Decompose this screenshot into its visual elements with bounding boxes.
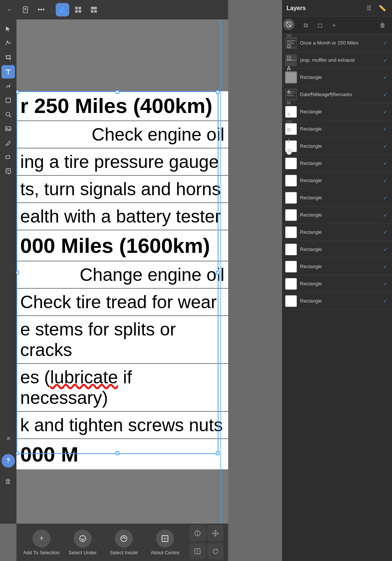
- layer-item-13[interactable]: Rectangle ✓: [282, 241, 392, 258]
- text-block-4[interactable]: ts, turn signals and horns: [16, 176, 228, 202]
- text-block-12[interactable]: 000 M: [16, 439, 228, 469]
- flip-button[interactable]: [189, 543, 206, 560]
- close-button[interactable]: ✕: [1, 432, 15, 445]
- select-inside-button[interactable]: Select Inside: [103, 525, 144, 559]
- layout-button[interactable]: [87, 3, 101, 16]
- layer-item-16[interactable]: Rectangle ✓: [282, 292, 392, 310]
- snap-icon[interactable]: ⊞: [284, 124, 294, 135]
- layer-thumb-14: [285, 261, 297, 273]
- no-fill-icon[interactable]: [283, 19, 294, 30]
- layer-item-8[interactable]: Rectangle ✓: [282, 155, 392, 172]
- char-style-icon[interactable]: a: [284, 108, 294, 119]
- layer-visibility-13[interactable]: ✓: [382, 246, 389, 253]
- left-sidebar: ✕ ? 🗑: [0, 19, 16, 524]
- mask-button[interactable]: ◻: [313, 19, 326, 32]
- delete-layer-button[interactable]: 🗑: [376, 19, 389, 32]
- text-tool[interactable]: [1, 65, 15, 79]
- character-icon[interactable]: A: [284, 64, 294, 74]
- history-icon[interactable]: 🕐: [284, 147, 294, 157]
- more-button[interactable]: •••: [34, 3, 48, 16]
- svg-rect-21: [6, 169, 10, 173]
- layer-item-12[interactable]: Rectangle ✓: [282, 224, 392, 241]
- text-block-1[interactable]: r 250 Miles (400km): [16, 91, 228, 120]
- node-tool[interactable]: [1, 37, 15, 50]
- text-block-3[interactable]: ing a tire pressure gauge: [16, 148, 228, 175]
- layer-item-7[interactable]: Rectangle ✓: [282, 138, 392, 155]
- align-icon[interactable]: ✛: [284, 135, 294, 146]
- text-block-7[interactable]: Change engine oil: [16, 261, 228, 288]
- layer-visibility-3[interactable]: ✓: [382, 74, 389, 81]
- transform-icon[interactable]: ⬚: [284, 75, 294, 85]
- transform-tool[interactable]: [1, 150, 15, 164]
- rotate-button[interactable]: [207, 543, 224, 560]
- layer-visibility-7[interactable]: ✓: [382, 142, 389, 150]
- layer-visibility-2[interactable]: ✓: [382, 56, 389, 64]
- about-centre-label: About Centre: [151, 550, 180, 555]
- layer-visibility-12[interactable]: ✓: [382, 229, 389, 236]
- fx-icon[interactable]: fx: [284, 97, 294, 108]
- text-block-5[interactable]: ealth with a battery tester: [16, 203, 228, 230]
- list-view-button[interactable]: ☰: [364, 3, 374, 13]
- back-button[interactable]: ←: [3, 3, 16, 16]
- zoom-tool[interactable]: [1, 108, 15, 121]
- layer-item-11[interactable]: Rectangle ✓: [282, 206, 392, 224]
- snap-to-button[interactable]: [189, 525, 206, 542]
- layer-item-6[interactable]: Rectangle ✓: [282, 120, 392, 138]
- shape-tool[interactable]: [1, 94, 15, 107]
- affinity-button[interactable]: [56, 3, 69, 16]
- layer-visibility-14[interactable]: ✓: [382, 263, 389, 270]
- layer-visibility-15[interactable]: ✓: [382, 280, 389, 288]
- bottom-toolbar: + Add To Selection Select Under Select I…: [16, 524, 228, 561]
- edit-button[interactable]: ✏️: [377, 3, 388, 13]
- text-block-2[interactable]: Check engine oil: [16, 121, 228, 148]
- image-tool[interactable]: [1, 122, 15, 135]
- pen-tool[interactable]: [1, 79, 15, 93]
- layer-visibility-9[interactable]: ✓: [382, 177, 389, 184]
- add-to-selection-label: Add To Selection: [23, 550, 59, 555]
- layer-item-3[interactable]: Rectangle ✓: [282, 69, 392, 86]
- layers-header: Layers ☰ ✏️: [282, 0, 392, 16]
- text-block-9[interactable]: e stems for splits or cracks: [16, 316, 228, 363]
- file-button[interactable]: [19, 3, 32, 16]
- layer-item-5[interactable]: Rectangle ✓: [282, 103, 392, 120]
- svg-rect-20: [6, 155, 10, 159]
- layer-visibility-5[interactable]: ✓: [382, 108, 389, 116]
- layer-visibility-1[interactable]: ✓: [382, 39, 389, 47]
- layer-visibility-16[interactable]: ✓: [382, 297, 389, 305]
- select-tool[interactable]: [1, 22, 15, 36]
- layer-item-9[interactable]: Rectangle ✓: [282, 172, 392, 189]
- layer-visibility-6[interactable]: ✓: [382, 125, 389, 133]
- group-button[interactable]: ⧉: [299, 19, 312, 32]
- note-tool[interactable]: [1, 165, 15, 178]
- layer-item-15[interactable]: Rectangle ✓: [282, 275, 392, 292]
- move-button[interactable]: [207, 525, 224, 542]
- navigator-icon[interactable]: ◈: [284, 86, 294, 96]
- layer-item-14[interactable]: Rectangle ✓: [282, 258, 392, 275]
- text-block-8[interactable]: Check tire tread for wear: [16, 289, 228, 315]
- layer-item-10[interactable]: Rectangle ✓: [282, 189, 392, 206]
- add-to-selection-button[interactable]: + Add To Selection: [21, 525, 62, 559]
- color-picker[interactable]: [1, 136, 15, 150]
- layer-visibility-4[interactable]: ✓: [382, 91, 389, 98]
- about-centre-button[interactable]: About Centre: [144, 525, 186, 559]
- text-block-6[interactable]: 000 Miles (1600km): [16, 230, 228, 261]
- layer-thumb-10: [285, 192, 297, 204]
- grid-button[interactable]: [71, 3, 85, 16]
- trash-button[interactable]: 🗑: [1, 475, 15, 488]
- layer-item-2[interactable]: (esp. muffler and exhaust ✓: [282, 52, 392, 69]
- select-under-button[interactable]: Select Under: [62, 525, 103, 559]
- layer-visibility-8[interactable]: ✓: [382, 160, 389, 167]
- layer-item-4[interactable]: Date¶Mileage¶Remarks ✓: [282, 86, 392, 103]
- add-icon-button[interactable]: +: [328, 19, 340, 32]
- layer-visibility-11[interactable]: ✓: [382, 211, 389, 219]
- layers-icon[interactable]: ⧉: [284, 41, 294, 52]
- text-block-11[interactable]: k and tighten screws nuts: [16, 412, 228, 438]
- crop-tool[interactable]: [1, 51, 15, 64]
- help-button[interactable]: ?: [1, 454, 15, 468]
- layer-visibility-10[interactable]: ✓: [382, 194, 389, 202]
- text-block-10[interactable]: es (lubricate if necessary): [16, 364, 228, 411]
- select-inside-label: Select Inside: [110, 550, 138, 555]
- separator: [52, 5, 52, 14]
- layer-item-1[interactable]: Once a Month or 250 Miles ✓: [282, 34, 392, 52]
- arrange-icon[interactable]: ⊟: [284, 52, 294, 63]
